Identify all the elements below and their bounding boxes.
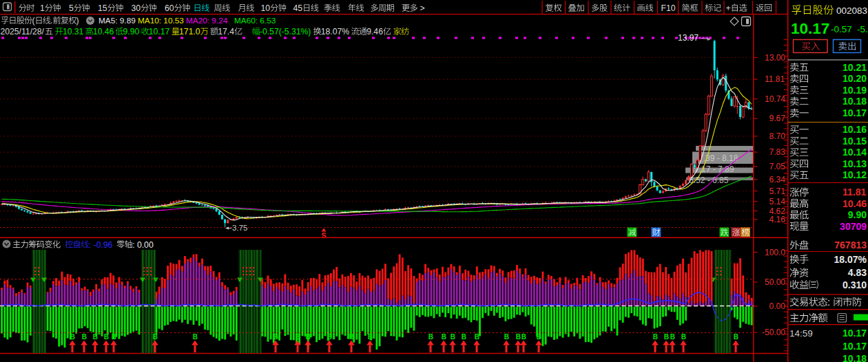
svg-text:B: B [296,333,300,341]
svg-text:-0.57: -0.57 [831,24,852,34]
svg-text:10.14: 10.14 [843,147,867,158]
svg-text:10.21: 10.21 [843,62,867,73]
svg-text:13.97: 13.97 [678,33,699,43]
svg-text:10.12: 10.12 [843,169,867,180]
svg-text:B: B [653,333,658,341]
svg-text:10.46: 10.46 [93,27,114,36]
svg-text:1: 1 [40,3,45,13]
svg-text:(: ( [32,16,34,25]
svg-text:9.46: 9.46 [366,27,383,36]
svg-text:MA10: 10.53: MA10: 10.53 [138,16,184,25]
svg-text:B: B [306,333,311,341]
svg-text:50.00: 50.00 [765,277,785,287]
svg-text:30: 30 [132,3,141,13]
svg-text:: -0.96: : -0.96 [89,240,113,250]
svg-text:0.00: 0.00 [769,301,786,311]
svg-text:60: 60 [165,3,174,13]
svg-text:171.0: 171.0 [179,27,200,36]
svg-text:10.18: 10.18 [843,96,867,107]
svg-text:10.18: 10.18 [843,353,867,362]
svg-text:B: B [516,333,521,341]
svg-text:10.17: 10.17 [843,341,867,352]
svg-text:B: B [451,333,455,341]
svg-text:100.0: 100.0 [765,248,785,257]
svg-text:MA5: 9.89: MA5: 9.89 [99,16,136,25]
svg-text:B: B [82,333,87,341]
svg-text:18.07%: 18.07% [321,27,349,36]
svg-text:B: B [670,333,675,341]
svg-text:B: B [153,333,158,341]
svg-text:10: 10 [261,3,271,13]
svg-text:B: B [70,333,75,341]
svg-text:MA60: 6.53: MA60: 6.53 [234,16,276,25]
svg-text::: : [827,297,833,308]
svg-text:6.34: 6.34 [769,175,786,184]
svg-text:6.52 - 6.85: 6.52 - 6.85 [689,175,729,185]
svg-text:10.19: 10.19 [843,85,867,96]
svg-text:8.70: 8.70 [769,131,786,141]
svg-text:B: B [193,333,198,341]
svg-text:B: B [504,333,509,341]
svg-text:7.39 - 8.18: 7.39 - 8.18 [699,153,738,163]
svg-text:10.17: 10.17 [843,328,867,339]
svg-text:F10: F10 [661,3,676,13]
svg-text:0.310: 0.310 [843,279,867,290]
svg-text:45: 45 [293,3,303,13]
svg-text:767813: 767813 [834,239,867,251]
svg-text:-5.61: -5.61 [857,24,868,34]
svg-text:B: B [734,333,738,341]
svg-text:10.31: 10.31 [63,27,84,36]
svg-text:B: B [521,333,526,341]
svg-text:5.71: 5.71 [769,187,786,196]
svg-text:B: B [428,333,433,341]
svg-text:4.16: 4.16 [769,215,786,224]
svg-text:11.81: 11.81 [765,74,785,84]
svg-text:15: 15 [98,3,107,13]
svg-text:B: B [442,333,446,341]
svg-text:10.20: 10.20 [843,73,867,84]
svg-text:B: B [327,333,332,341]
svg-text:9.90: 9.90 [848,209,867,220]
svg-text:B: B [462,333,466,341]
svg-text:+: + [726,3,731,13]
svg-text:B: B [475,333,479,341]
svg-text:18.07%: 18.07% [834,254,867,265]
svg-text:: 0.00: : 0.00 [132,240,154,250]
svg-text:B: B [368,333,373,341]
svg-text:B: B [664,333,669,341]
svg-text:4.83: 4.83 [848,267,867,278]
svg-text:10.17: 10.17 [843,107,867,118]
svg-text:): ) [76,16,79,25]
svg-text:-50.00: -50.00 [762,328,785,337]
svg-text:B: B [93,333,98,341]
svg-text:13.00: 13.00 [765,53,785,63]
svg-text:10.13: 10.13 [843,158,867,169]
svg-text:9.67: 9.67 [769,114,786,123]
svg-text:10.17: 10.17 [791,20,829,37]
svg-text:2025/11/28/: 2025/11/28/ [1,27,45,36]
svg-text:5.14: 5.14 [769,197,786,206]
svg-text:B: B [273,333,278,341]
svg-text:30709: 30709 [840,221,867,232]
svg-text:10.74: 10.74 [765,94,785,104]
svg-text:B: B [681,333,686,341]
svg-text:3.75: 3.75 [232,224,247,232]
svg-text:17.4: 17.4 [218,27,234,36]
svg-text:>: > [420,3,425,13]
svg-text:10.15: 10.15 [843,136,867,147]
svg-text:14:59: 14:59 [789,328,813,339]
svg-text:B: B [349,333,354,341]
svg-text:7.83: 7.83 [769,147,786,157]
svg-text:11.81: 11.81 [843,187,866,198]
svg-text:B: B [112,333,116,341]
svg-text:B: B [537,333,541,341]
svg-text:-0.57(-5.31%): -0.57(-5.31%) [260,27,311,36]
svg-text:9.90: 9.90 [123,27,140,36]
svg-text:B: B [104,333,109,341]
svg-text:5: 5 [69,3,74,13]
svg-text:10.16: 10.16 [843,124,867,135]
svg-text:MA20: 9.24: MA20: 9.24 [186,16,228,25]
svg-text:002083: 002083 [836,6,867,16]
svg-text:10.17: 10.17 [149,27,170,36]
svg-text:10.46: 10.46 [843,198,867,209]
